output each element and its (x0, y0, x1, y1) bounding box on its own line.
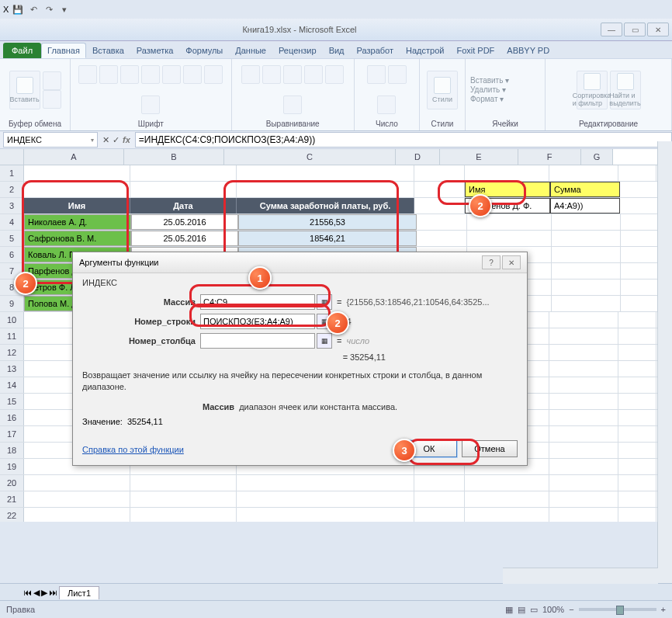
cell[interactable]: 25.05.2016 (131, 214, 238, 230)
cell[interactable] (552, 296, 621, 311)
cell[interactable] (465, 508, 549, 522)
cell[interactable] (414, 508, 465, 522)
ref-select-icon[interactable]: ▦ (317, 333, 332, 349)
zoom-in-icon[interactable]: + (661, 605, 666, 614)
cell[interactable] (24, 165, 130, 181)
cell[interactable] (621, 263, 659, 279)
cell[interactable] (237, 491, 414, 507)
cell[interactable] (618, 491, 656, 507)
row-header[interactable]: 22 (0, 508, 24, 522)
cell[interactable] (465, 475, 549, 491)
cell[interactable] (621, 214, 659, 230)
minimize-icon[interactable]: — (601, 23, 622, 36)
cell[interactable]: Парфенов Д. Ф. (465, 198, 550, 214)
fx-icon[interactable]: fx (123, 135, 130, 144)
row-header[interactable]: 17 (0, 426, 24, 442)
cell[interactable] (552, 231, 621, 246)
cell[interactable] (618, 165, 656, 181)
cell[interactable] (24, 508, 130, 522)
cell[interactable]: Сумма (550, 182, 620, 197)
cell[interactable] (130, 182, 237, 197)
sort-button[interactable]: Сортировка и фильтр (577, 71, 608, 109)
styles-button[interactable]: Стили (427, 71, 458, 109)
cell[interactable]: 18546,21 (238, 231, 417, 246)
cell[interactable] (621, 247, 659, 262)
cell[interactable] (618, 377, 656, 393)
cell[interactable] (549, 443, 618, 458)
row-header[interactable]: 6 (0, 247, 24, 262)
cell[interactable] (549, 377, 618, 393)
cell[interactable] (618, 345, 656, 360)
cell[interactable] (417, 214, 467, 230)
dialog-help-icon[interactable]: ? (482, 255, 501, 269)
cell[interactable] (414, 491, 465, 507)
view-break-icon[interactable]: ▭ (530, 605, 538, 615)
row-header[interactable]: 5 (0, 231, 24, 246)
tab-review[interactable]: Рецензир (272, 43, 323, 58)
cell[interactable] (130, 508, 237, 522)
dialog-close-icon[interactable]: ✕ (502, 255, 521, 269)
arg-col-input[interactable] (200, 333, 315, 349)
cell[interactable] (414, 182, 465, 197)
cell[interactable] (618, 508, 656, 522)
row-header[interactable]: 11 (0, 328, 24, 344)
cell[interactable] (618, 459, 656, 474)
horizontal-scrollbar[interactable] (503, 568, 658, 584)
row-header[interactable]: 15 (0, 394, 24, 409)
cell[interactable] (549, 508, 618, 522)
accept-formula-icon[interactable]: ✓ (113, 135, 120, 145)
tab-addins[interactable]: Надстрой (400, 43, 450, 58)
col-header[interactable]: B (124, 149, 224, 165)
cut-icon[interactable] (43, 71, 61, 90)
cell[interactable] (549, 361, 618, 377)
nav-next-icon[interactable]: ▶ (41, 588, 47, 598)
row-header[interactable]: 13 (0, 361, 24, 377)
cell[interactable] (552, 247, 621, 262)
col-header[interactable]: F (518, 149, 581, 165)
arg-row-input[interactable] (200, 314, 315, 329)
cell[interactable] (130, 491, 237, 507)
cell[interactable]: Имя (465, 182, 550, 197)
tab-home[interactable]: Главная (41, 43, 86, 58)
tab-layout[interactable]: Разметка (130, 43, 180, 58)
nav-first-icon[interactable]: ⏮ (23, 588, 32, 597)
cell[interactable] (414, 165, 465, 181)
ok-button[interactable]: ОК (401, 440, 457, 457)
cell[interactable] (549, 491, 618, 507)
tab-file[interactable]: Файл (3, 43, 41, 58)
qat-more-icon[interactable]: ▾ (58, 3, 71, 16)
row-header[interactable]: 4 (0, 214, 24, 230)
cell[interactable] (130, 475, 237, 491)
name-box[interactable]: ИНДЕКС▾ (3, 132, 98, 148)
col-header[interactable]: C (224, 149, 396, 165)
cell[interactable] (237, 475, 414, 491)
tab-foxit[interactable]: Foxit PDF (450, 43, 501, 58)
view-layout-icon[interactable]: ▤ (518, 605, 525, 615)
cell[interactable]: 25.05.2016 (131, 231, 238, 246)
cell[interactable] (618, 312, 656, 328)
cell[interactable] (414, 475, 465, 491)
vertical-scrollbar[interactable] (657, 141, 672, 584)
cell[interactable] (618, 394, 656, 409)
row-header[interactable]: 20 (0, 475, 24, 491)
zoom-level[interactable]: 100% (542, 605, 564, 614)
cell[interactable] (24, 491, 130, 507)
paste-button[interactable]: Вставить (9, 71, 40, 109)
tab-data[interactable]: Данные (229, 43, 272, 58)
row-header[interactable]: 14 (0, 377, 24, 393)
cells-delete[interactable]: Удалить ▾ (470, 85, 506, 94)
function-help-link[interactable]: Справка по этой функции (82, 445, 184, 454)
col-header[interactable]: E (440, 149, 518, 165)
cell[interactable] (24, 182, 130, 197)
cell[interactable] (618, 426, 656, 442)
cell[interactable] (618, 475, 656, 491)
cell[interactable] (552, 214, 621, 230)
cell[interactable] (620, 198, 658, 214)
cell[interactable] (237, 182, 414, 197)
cell[interactable] (549, 410, 618, 425)
tab-formulas[interactable]: Формулы (179, 43, 229, 58)
cell[interactable] (618, 410, 656, 425)
zoom-slider[interactable] (579, 608, 656, 611)
arg-array-input[interactable] (200, 294, 315, 310)
select-all-corner[interactable] (0, 149, 24, 165)
